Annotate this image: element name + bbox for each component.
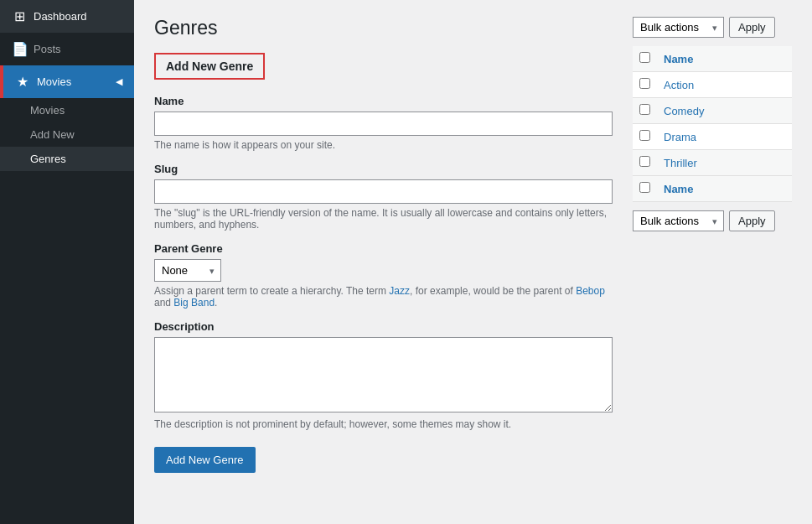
right-panel: Bulk actions ▾ Apply Name xyxy=(633,17,792,507)
parent-genre-field-group: Parent Genre None ▾ Assign a parent term… xyxy=(154,242,613,309)
table-row: Thriller xyxy=(633,150,792,176)
genre-link[interactable]: Comedy xyxy=(664,105,704,117)
name-column-header-link[interactable]: Name xyxy=(664,53,693,65)
bulk-actions-top-select[interactable]: Bulk actions xyxy=(633,17,724,38)
bigband-link[interactable]: Big Band xyxy=(173,297,215,309)
add-new-genre-button[interactable]: Add New Genre xyxy=(154,447,256,473)
main-content: Genres Add New Genre Name The name is ho… xyxy=(134,0,812,524)
sidebar: ⊞ Dashboard 📄 Posts ★ Movies ◀ Movies Ad… xyxy=(0,0,134,524)
bulk-actions-top: Bulk actions ▾ Apply xyxy=(633,17,792,38)
row-checkbox-cell xyxy=(633,72,657,98)
bebop-link[interactable]: Bebop xyxy=(576,285,605,297)
bulk-select-bottom-wrapper: Bulk actions ▾ xyxy=(633,210,724,231)
sidebar-item-movies-list[interactable]: Movies xyxy=(0,98,134,122)
row-checkbox-cell xyxy=(633,124,657,150)
header-name-cell: Name xyxy=(657,46,792,72)
slug-label: Slug xyxy=(154,163,613,175)
sidebar-item-posts[interactable]: 📄 Posts xyxy=(0,33,134,65)
table-header-row: Name xyxy=(633,46,792,72)
description-field-group: Description The description is not promi… xyxy=(154,320,613,430)
row-checkbox[interactable] xyxy=(639,78,650,89)
name-label: Name xyxy=(154,95,613,107)
name-input[interactable] xyxy=(154,112,613,136)
row-checkbox[interactable] xyxy=(639,130,650,141)
footer-name-cell: Name xyxy=(657,176,792,202)
genre-link[interactable]: Drama xyxy=(664,131,696,143)
dashboard-icon: ⊞ xyxy=(12,8,27,24)
page-title: Genres xyxy=(154,17,613,39)
parent-help-and: and xyxy=(154,297,173,309)
parent-genre-label: Parent Genre xyxy=(154,242,613,255)
sidebar-item-dashboard[interactable]: ⊞ Dashboard xyxy=(0,0,134,33)
jazz-link[interactable]: Jazz xyxy=(389,285,410,297)
name-help: The name is how it appears on your site. xyxy=(154,139,613,151)
row-name-cell: Drama xyxy=(657,124,792,150)
apply-bottom-button[interactable]: Apply xyxy=(729,210,775,231)
footer-checkbox-cell xyxy=(633,176,657,202)
name-field-group: Name The name is how it appears on your … xyxy=(154,95,613,151)
left-panel: Genres Add New Genre Name The name is ho… xyxy=(154,17,613,507)
table-row: Action xyxy=(633,72,792,98)
select-all-footer-checkbox[interactable] xyxy=(639,182,650,193)
sidebar-item-add-new[interactable]: Add New xyxy=(0,122,134,147)
sidebar-item-movies[interactable]: ★ Movies ◀ xyxy=(0,65,134,98)
select-all-checkbox[interactable] xyxy=(639,52,650,63)
parent-help-suffix: . xyxy=(215,297,217,309)
slug-input[interactable] xyxy=(154,179,613,204)
sidebar-item-label: Movies xyxy=(37,75,71,88)
parent-genre-select[interactable]: None xyxy=(154,259,221,282)
sidebar-item-label: Posts xyxy=(34,43,61,55)
slug-help: The "slug" is the URL-friendly version o… xyxy=(154,207,613,231)
header-checkbox-cell xyxy=(633,46,657,72)
description-label: Description xyxy=(154,320,613,333)
parent-help-text-prefix: Assign a parent term to create a hierarc… xyxy=(154,285,389,297)
bulk-actions-bottom: Bulk actions ▾ Apply xyxy=(633,210,792,231)
slug-field-group: Slug The "slug" is the URL-friendly vers… xyxy=(154,163,613,231)
name-column-footer-link[interactable]: Name xyxy=(664,183,693,195)
row-checkbox[interactable] xyxy=(639,104,650,115)
genres-table: Name Action Comedy Dr xyxy=(633,46,792,202)
description-input[interactable] xyxy=(154,337,613,412)
genres-table-body: Action Comedy Drama Thriller xyxy=(633,72,792,176)
parent-select-wrapper: None ▾ xyxy=(154,259,221,282)
row-checkbox-cell xyxy=(633,98,657,124)
sidebar-item-label: Dashboard xyxy=(34,10,87,23)
table-row: Drama xyxy=(633,124,792,150)
parent-help: Assign a parent term to create a hierarc… xyxy=(154,285,613,309)
genre-link[interactable]: Thriller xyxy=(664,157,697,169)
collapse-icon: ◀ xyxy=(116,76,122,87)
add-new-genre-heading: Add New Genre xyxy=(154,53,265,80)
bulk-actions-bottom-select[interactable]: Bulk actions xyxy=(633,210,724,231)
description-help: The description is not prominent by defa… xyxy=(154,418,613,430)
row-name-cell: Thriller xyxy=(657,150,792,176)
posts-icon: 📄 xyxy=(12,41,27,57)
parent-help-middle: , for example, would be the parent of xyxy=(410,285,576,297)
bulk-select-top-wrapper: Bulk actions ▾ xyxy=(633,17,724,38)
row-checkbox[interactable] xyxy=(639,156,650,167)
table-row: Comedy xyxy=(633,98,792,124)
table-footer-row: Name xyxy=(633,176,792,202)
sidebar-item-genres[interactable]: Genres xyxy=(0,147,134,171)
row-name-cell: Action xyxy=(657,72,792,98)
apply-top-button[interactable]: Apply xyxy=(729,17,775,38)
movies-icon: ★ xyxy=(15,74,30,90)
row-name-cell: Comedy xyxy=(657,98,792,124)
genre-link[interactable]: Action xyxy=(664,79,694,91)
movies-submenu: Movies Add New Genres xyxy=(0,98,134,171)
row-checkbox-cell xyxy=(633,150,657,176)
